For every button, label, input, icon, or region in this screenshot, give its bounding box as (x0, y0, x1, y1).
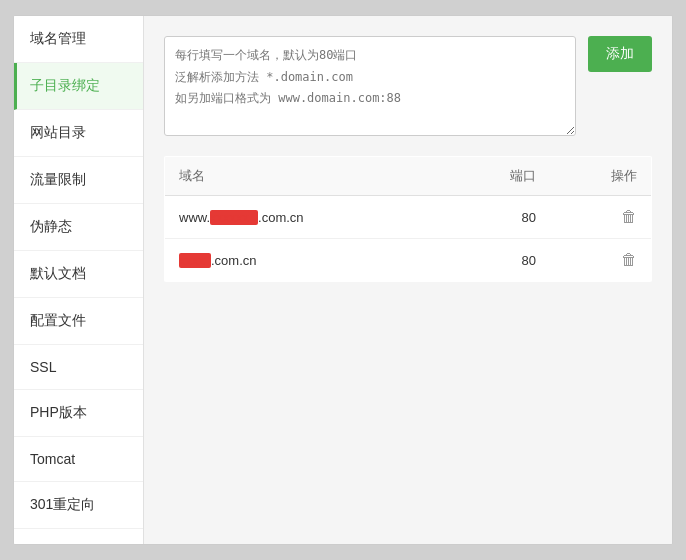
main-content: 添加 域名 端口 操作 www.xxxxxx.com.cn 80 🗑 xxxx.… (144, 16, 672, 544)
table-row: xxxx.com.cn 80 🗑 (165, 239, 652, 282)
sidebar-item-domain-mgmt[interactable]: 域名管理 (14, 16, 143, 63)
col-port: 端口 (449, 157, 550, 196)
sidebar-item-redirect-301[interactable]: 301重定向 (14, 482, 143, 529)
sidebar-item-pseudo-static[interactable]: 伪静态 (14, 204, 143, 251)
sidebar-item-config-file[interactable]: 配置文件 (14, 298, 143, 345)
main-window: 域名管理子目录绑定网站目录流量限制伪静态默认文档配置文件SSLPHP版本Tomc… (13, 15, 673, 545)
sidebar: 域名管理子目录绑定网站目录流量限制伪静态默认文档配置文件SSLPHP版本Tomc… (14, 16, 144, 544)
action-cell: 🗑 (550, 239, 651, 282)
sidebar-item-ssl[interactable]: SSL (14, 345, 143, 390)
add-button[interactable]: 添加 (588, 36, 652, 72)
domain-text: www. (179, 210, 210, 225)
col-domain: 域名 (165, 157, 450, 196)
sidebar-item-site-dir[interactable]: 网站目录 (14, 110, 143, 157)
sidebar-item-php-version[interactable]: PHP版本 (14, 390, 143, 437)
sidebar-item-traffic-limit[interactable]: 流量限制 (14, 157, 143, 204)
domain-table: 域名 端口 操作 www.xxxxxx.com.cn 80 🗑 xxxx.com… (164, 156, 652, 282)
table-header: 域名 端口 操作 (165, 157, 652, 196)
action-cell: 🗑 (550, 196, 651, 239)
col-action: 操作 (550, 157, 651, 196)
input-area: 添加 (164, 36, 652, 136)
domain-cell: xxxx.com.cn (165, 239, 450, 282)
domain-cell: www.xxxxxx.com.cn (165, 196, 450, 239)
sidebar-item-subdir-bind[interactable]: 子目录绑定 (14, 63, 143, 110)
sidebar-item-reverse-proxy[interactable]: 反向代理 (14, 529, 143, 545)
table-row: www.xxxxxx.com.cn 80 🗑 (165, 196, 652, 239)
sidebar-item-default-doc[interactable]: 默认文档 (14, 251, 143, 298)
domain-suffix: .com.cn (258, 210, 304, 225)
port-cell: 80 (449, 239, 550, 282)
domain-suffix: .com.cn (211, 253, 257, 268)
port-cell: 80 (449, 196, 550, 239)
sidebar-item-tomcat[interactable]: Tomcat (14, 437, 143, 482)
domain-textarea[interactable] (164, 36, 576, 136)
delete-icon[interactable]: 🗑 (621, 208, 637, 225)
delete-icon[interactable]: 🗑 (621, 251, 637, 268)
